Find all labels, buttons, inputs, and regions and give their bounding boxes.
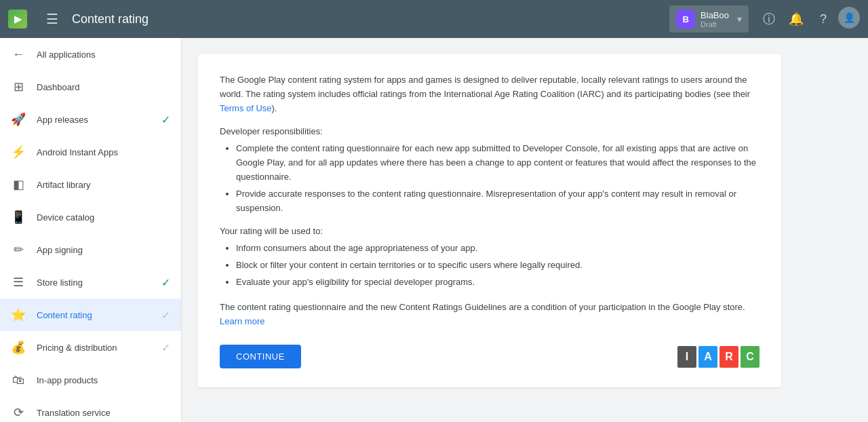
sidebar-back-label: All applications — [37, 50, 170, 60]
iarc-letter-r: R — [719, 346, 738, 368]
topbar: ▶ ☰ Content rating B BlaBoo Draft ▾ ⓘ 🔔 … — [0, 0, 868, 38]
in-app-products-icon: 🛍 — [11, 373, 26, 387]
sidebar-app-signing-label: App signing — [37, 245, 170, 255]
topbar-icons: ⓘ 🔔 ? 👤 — [757, 7, 860, 31]
dev-responsibilities-list: Complete the content rating questionnair… — [220, 142, 760, 215]
sidebar-item-in-app-products[interactable]: 🛍 In-app products — [0, 364, 181, 396]
content-rating-icon: ⭐ — [11, 307, 26, 322]
sidebar-app-releases-label: App releases — [37, 115, 151, 125]
continue-section: CONTINUE I A R C — [220, 345, 760, 368]
iarc-logo: I A R C — [677, 346, 760, 368]
iarc-letter-a: A — [698, 346, 717, 368]
sidebar-device-catalog-label: Device catalog — [37, 212, 170, 223]
translation-service-icon: ⟳ — [11, 405, 26, 420]
pricing-distribution-check-icon: ✓ — [161, 341, 170, 354]
learn-more-link[interactable]: Learn more — [220, 316, 264, 326]
app-releases-icon: 🚀 — [11, 112, 26, 127]
app-signing-icon: ✏ — [11, 242, 26, 257]
dev-responsibilities-title: Developer responsibilities: — [220, 126, 760, 136]
sidebar-item-translation-service[interactable]: ⟳ Translation service — [0, 396, 181, 422]
pricing-distribution-icon: 💰 — [11, 340, 26, 355]
bullet-3: Inform consumers about the age appropria… — [236, 242, 760, 256]
app-status: Draft — [701, 20, 729, 28]
your-rating-list: Inform consumers about the age appropria… — [220, 242, 760, 289]
avatar[interactable]: 👤 — [838, 7, 860, 28]
iarc-letter-i: I — [677, 346, 696, 368]
app-name: BlaBoo — [701, 10, 729, 20]
help-button[interactable]: ? — [811, 7, 835, 31]
android-instant-apps-icon: ⚡ — [11, 145, 26, 159]
info-button[interactable]: ⓘ — [757, 7, 781, 31]
main-layout: ← All applications ⊞ Dashboard 🚀 App rel… — [0, 38, 868, 422]
app-releases-check-icon: ✓ — [161, 113, 170, 126]
menu-button[interactable]: ☰ — [41, 5, 64, 33]
store-listing-check-icon: ✓ — [161, 276, 170, 289]
store-listing-icon: ☰ — [11, 275, 26, 290]
device-catalog-icon: 📱 — [11, 210, 26, 225]
sidebar-item-pricing-distribution[interactable]: 💰 Pricing & distribution ✓ — [0, 331, 181, 364]
sidebar-item-store-listing[interactable]: ☰ Store listing ✓ — [0, 266, 181, 299]
app-logo: ▶ — [8, 9, 27, 28]
app-selector[interactable]: B BlaBoo Draft ▾ — [669, 5, 749, 33]
sidebar-android-instant-apps-label: Android Instant Apps — [37, 147, 170, 157]
your-rating-title: Your rating will be used to: — [220, 226, 760, 236]
sidebar-content-rating-label: Content rating — [37, 310, 151, 320]
sidebar-item-artifact-library[interactable]: ◧ Artifact library — [0, 168, 181, 201]
sidebar-item-content-rating[interactable]: ⭐ Content rating ✓ — [0, 299, 181, 331]
sidebar-item-dashboard[interactable]: ⊞ Dashboard — [0, 71, 181, 103]
sidebar-item-app-signing[interactable]: ✏ App signing — [0, 233, 181, 266]
artifact-library-icon: ◧ — [11, 177, 26, 192]
content-area: The Google Play content rating system fo… — [182, 38, 868, 422]
bullet-2: Provide accurate responses to the conten… — [236, 187, 760, 216]
sidebar: ← All applications ⊞ Dashboard 🚀 App rel… — [0, 38, 182, 422]
sidebar-dashboard-label: Dashboard — [37, 82, 170, 92]
sidebar-store-listing-label: Store listing — [37, 277, 151, 288]
footer-paragraph: The content rating questionnaire and the… — [220, 301, 760, 329]
notifications-button[interactable]: 🔔 — [784, 7, 808, 31]
continue-button[interactable]: CONTINUE — [220, 345, 301, 368]
bullet-1: Complete the content rating questionnair… — [236, 142, 760, 184]
sidebar-item-all-applications[interactable]: ← All applications — [0, 38, 181, 71]
logo-icon: ▶ — [8, 9, 27, 28]
iarc-letter-c: C — [741, 346, 760, 368]
sidebar-translation-service-label: Translation service — [37, 408, 170, 418]
app-info: BlaBoo Draft — [701, 10, 729, 28]
sidebar-in-app-products-label: In-app products — [37, 375, 170, 385]
content-card: The Google Play content rating system fo… — [198, 54, 781, 387]
bullet-5: Evaluate your app's eligibility for spec… — [236, 275, 760, 290]
sidebar-artifact-library-label: Artifact library — [37, 180, 170, 190]
bullet-4: Block or filter your content in certain … — [236, 258, 760, 273]
sidebar-pricing-distribution-label: Pricing & distribution — [37, 343, 151, 353]
page-title: Content rating — [72, 12, 661, 26]
terms-of-use-link[interactable]: Terms of Use — [220, 103, 272, 113]
sidebar-item-app-releases[interactable]: 🚀 App releases ✓ — [0, 103, 181, 136]
sidebar-item-android-instant-apps[interactable]: ⚡ Android Instant Apps — [0, 136, 181, 168]
dashboard-icon: ⊞ — [11, 79, 26, 94]
chevron-down-icon: ▾ — [737, 14, 742, 24]
intro-paragraph: The Google Play content rating system fo… — [220, 73, 760, 115]
content-rating-check-icon: ✓ — [161, 309, 170, 322]
app-icon: B — [676, 9, 695, 28]
back-icon: ← — [11, 47, 26, 62]
sidebar-item-device-catalog[interactable]: 📱 Device catalog — [0, 201, 181, 233]
